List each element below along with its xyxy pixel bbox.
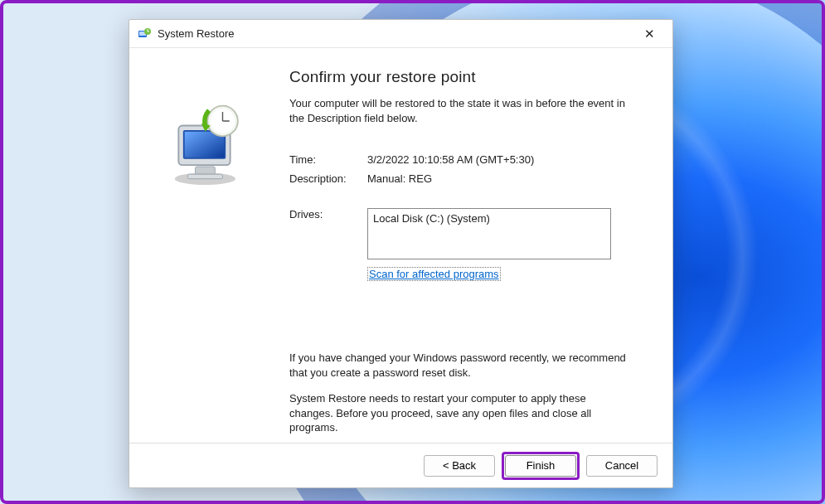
close-button[interactable]: ✕ [634, 22, 664, 46]
intro-text: Your computer will be restored to the st… [289, 96, 649, 125]
time-value: 3/2/2022 10:10:58 AM (GMT+5:30) [367, 153, 649, 166]
dialog-footer: < Back Finish Cancel [129, 443, 672, 487]
svg-rect-8 [187, 174, 222, 179]
restart-warning-text: System Restore needs to restart your com… [289, 391, 649, 435]
close-icon: ✕ [644, 27, 655, 41]
time-label: Time: [289, 153, 367, 166]
drives-listbox[interactable]: Local Disk (C:) (System) [367, 208, 611, 259]
drive-item[interactable]: Local Disk (C:) (System) [373, 212, 605, 225]
page-heading: Confirm your restore point [289, 68, 649, 86]
restore-computer-icon [163, 103, 255, 194]
titlebar: System Restore ✕ [129, 20, 672, 48]
scan-affected-programs-link[interactable]: Scan for affected programs [367, 267, 501, 281]
system-restore-dialog: System Restore ✕ [129, 19, 673, 488]
back-button[interactable]: < Back [424, 455, 495, 477]
svg-rect-7 [195, 167, 215, 174]
finish-button-highlight: Finish [502, 452, 580, 480]
drives-label: Drives: [289, 208, 367, 220]
description-label: Description: [289, 172, 367, 185]
cancel-button[interactable]: Cancel [586, 455, 658, 477]
wizard-sidebar [136, 63, 281, 443]
window-title: System Restore [158, 27, 234, 40]
finish-button[interactable]: Finish [505, 455, 576, 477]
description-value: Manual: REG [367, 172, 649, 185]
system-restore-icon [138, 27, 151, 41]
password-warning-text: If you have changed your Windows passwor… [289, 351, 649, 380]
